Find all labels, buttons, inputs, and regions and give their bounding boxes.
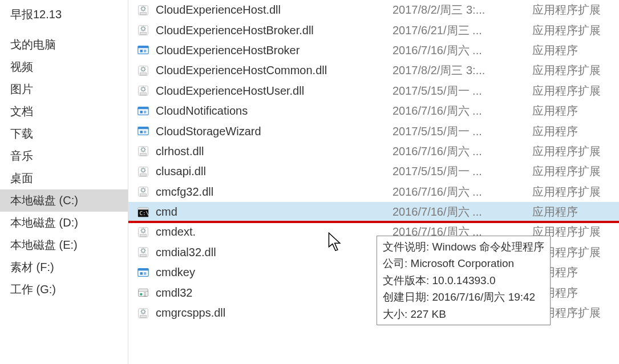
file-date: 2017/8/2/周三 3:...	[393, 2, 532, 18]
file-name: cmgrcspps.dll	[156, 306, 393, 319]
svg-rect-38	[140, 234, 147, 237]
svg-rect-8	[140, 50, 143, 53]
svg-rect-22	[140, 131, 143, 134]
svg-rect-17	[138, 107, 148, 109]
sidebar-item[interactable]: 下载	[0, 123, 128, 145]
sidebar-item-label: 视频	[10, 60, 33, 73]
sidebar-item[interactable]: 音乐	[0, 145, 128, 167]
file-name: cmdial32.dll	[156, 246, 393, 259]
highlight-underline	[128, 221, 619, 223]
tooltip-line: 公司: Microsoft Corporation	[383, 255, 544, 272]
dll-icon	[136, 84, 150, 98]
file-row[interactable]: CloudStorageWizard2017/5/15/周一 ...应用程序	[128, 121, 619, 141]
file-row[interactable]: CloudExperienceHost.dll2017/8/2/周三 3:...…	[128, 0, 619, 20]
sidebar-item-label: 文档	[10, 105, 33, 118]
tooltip-line: 文件版本: 10.0.14393.0	[383, 272, 544, 289]
sidebar: 早报12.13戈的电脑视频图片文档下载音乐桌面本地磁盘 (C:)本地磁盘 (D:…	[0, 0, 128, 364]
file-name: CloudExperienceHostCommon.dll	[156, 64, 393, 77]
svg-rect-32	[140, 194, 147, 196]
file-row[interactable]: CloudExperienceHostCommon.dll2017/8/2/周三…	[128, 60, 619, 80]
svg-rect-21	[138, 127, 148, 130]
svg-text:C:\: C:\	[140, 209, 149, 216]
dll-icon	[136, 3, 150, 17]
file-name: CloudStorageWizard	[156, 125, 393, 138]
file-list: CloudExperienceHost.dll2017/8/2/周三 3:...…	[128, 0, 619, 364]
svg-rect-15	[140, 93, 147, 95]
file-row[interactable]: CloudExperienceHostUser.dll2017/5/15/周一 …	[128, 81, 619, 101]
sidebar-item[interactable]: 早报12.13	[0, 3, 128, 26]
file-row[interactable]: CloudExperienceHostBroker2016/7/16/周六 ..…	[128, 41, 619, 60]
sidebar-item-label: 下载	[10, 127, 33, 140]
file-name: CloudNotifications	[156, 104, 393, 118]
file-date: 2016/7/16/周六 ...	[393, 184, 532, 200]
file-name: CloudExperienceHostUser.dll	[156, 84, 393, 98]
file-date: 2017/5/15/周一 ...	[393, 164, 532, 179]
sidebar-item-label: 图片	[10, 83, 33, 95]
file-row[interactable]: CloudNotifications2016/7/16/周六 ...应用程序	[128, 101, 619, 121]
svg-rect-2	[140, 12, 147, 14]
file-name: CloudExperienceHostBroker.dll	[156, 24, 393, 37]
svg-rect-23	[144, 131, 147, 134]
file-date: 2017/5/15/周一 ...	[393, 83, 532, 99]
svg-rect-29	[140, 173, 147, 176]
sidebar-item[interactable]: 本地磁盘 (D:)	[0, 212, 128, 234]
sidebar-item-label: 早报12.13	[10, 8, 62, 21]
file-row[interactable]: cmcfg32.dll2016/7/16/周六 ...应用程序扩展	[128, 182, 619, 202]
dll-icon	[136, 185, 150, 199]
file-date: 2017/5/15/周一 ...	[393, 124, 532, 139]
file-date: 2016/7/16/周六 ...	[393, 103, 532, 119]
file-type: 应用程序	[532, 124, 619, 139]
sidebar-item-label: 戈的电脑	[10, 38, 56, 51]
sidebar-item[interactable]: 素材 (F:)	[0, 256, 128, 278]
sidebar-item-label: 工作 (G:)	[10, 283, 56, 296]
file-date: 2016/7/16/周六 ...	[393, 204, 532, 220]
file-name: CloudExperienceHost.dll	[156, 3, 393, 17]
dll-icon	[136, 306, 150, 320]
file-name: clrhost.dll	[156, 145, 393, 158]
svg-rect-45	[144, 272, 147, 275]
sidebar-item-label: 本地磁盘 (E:)	[10, 238, 78, 251]
file-row[interactable]: CloudExperienceHostBroker.dll2017/6/21/周…	[128, 20, 619, 40]
file-type: 应用程序扩展	[532, 164, 619, 179]
svg-rect-19	[144, 111, 147, 114]
file-date: 2017/6/21/周三 ...	[393, 23, 532, 38]
svg-rect-9	[144, 50, 147, 53]
tooltip-line: 大小: 227 KB	[383, 306, 544, 322]
file-name: clusapi.dll	[156, 165, 393, 178]
file-type: 应用程序	[532, 204, 619, 220]
cmdl-icon	[136, 286, 150, 300]
file-type: 应用程序扩展	[532, 144, 619, 159]
sidebar-item[interactable]: 本地磁盘 (C:)	[0, 189, 128, 212]
exe-icon	[136, 104, 150, 118]
exe-icon	[136, 266, 150, 280]
sidebar-item[interactable]: 图片	[0, 78, 128, 100]
file-row[interactable]: clrhost.dll2016/7/16/周六 ...应用程序扩展	[128, 141, 619, 161]
sidebar-item[interactable]: 文档	[0, 100, 128, 123]
svg-rect-43	[138, 268, 148, 270]
file-row[interactable]: C:\cmd2016/7/16/周六 ...应用程序	[128, 202, 619, 222]
file-type: 应用程序扩展	[532, 83, 619, 99]
sidebar-item[interactable]: 视频	[0, 56, 128, 78]
file-row[interactable]: clusapi.dll2017/5/15/周一 ...应用程序扩展	[128, 161, 619, 181]
sidebar-item[interactable]: 戈的电脑	[0, 34, 128, 56]
sidebar-item-label: 音乐	[10, 149, 33, 162]
svg-rect-12	[140, 73, 147, 75]
dll-icon	[136, 165, 150, 179]
exe-icon	[136, 124, 150, 138]
svg-rect-26	[140, 153, 147, 156]
sidebar-item[interactable]: 桌面	[0, 167, 128, 189]
file-date: 2017/8/2/周三 3:...	[393, 63, 532, 78]
dll-icon	[136, 23, 150, 37]
cmd-icon: C:\	[136, 205, 150, 219]
svg-rect-5	[140, 33, 147, 35]
file-name: cmcfg32.dll	[156, 185, 393, 199]
svg-rect-41	[140, 254, 147, 257]
file-type: 应用程序扩展	[532, 63, 619, 78]
sidebar-item[interactable]: 本地磁盘 (E:)	[0, 234, 128, 256]
sidebar-item[interactable]: 工作 (G:)	[0, 278, 128, 301]
file-date: 2016/7/16/周六 ...	[393, 43, 532, 58]
tooltip-line: 文件说明: Windows 命令处理程序	[383, 238, 544, 255]
dll-icon	[136, 64, 150, 78]
svg-rect-46	[139, 289, 148, 297]
dll-icon	[136, 245, 150, 259]
